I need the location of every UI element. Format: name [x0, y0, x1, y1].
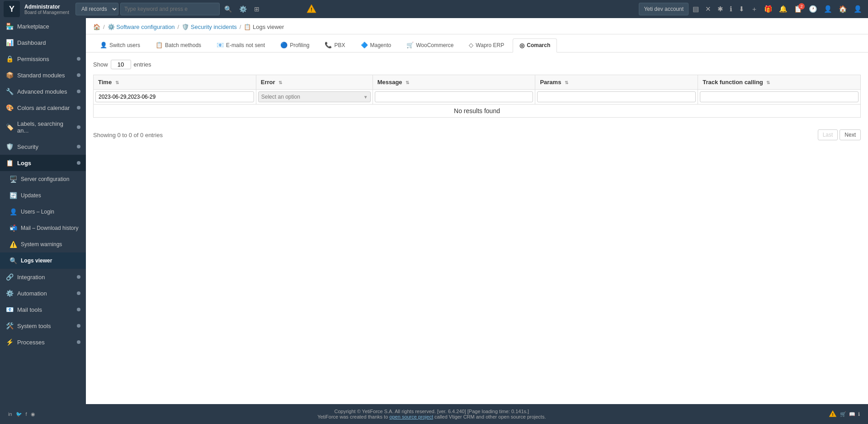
data-table: Time ⇅Error ⇅Message ⇅Params ⇅Track func… — [93, 75, 861, 118]
topbar-icon-3[interactable]: ✱ — [715, 3, 726, 15]
footer-warning-icon[interactable]: ! — [828, 410, 837, 419]
bc-icon-2: 🛡️ — [182, 24, 189, 30]
credit-text: YetiForce was created thanks to open sou… — [317, 414, 546, 419]
topbar-icon-5[interactable]: ⬇ — [736, 3, 747, 15]
footer-info-icon[interactable]: ℹ — [858, 411, 860, 417]
search-bar: All records 🔍 ⚙️ ⊞ — [75, 3, 302, 15]
tab-woocommerce[interactable]: 🛒WooCommerce — [400, 38, 460, 52]
topbar-icon-user[interactable]: 👤 — [821, 3, 835, 15]
filter-params-input[interactable] — [537, 91, 696, 102]
entries-input[interactable]: 10 — [111, 60, 131, 69]
sidebar-icon-4: 🔧 — [5, 88, 14, 95]
search-button[interactable]: 🔍 — [222, 4, 235, 14]
topbar-icon-8[interactable]: 🔔 — [777, 3, 790, 15]
filter-error-select[interactable]: Select an option — [258, 91, 371, 102]
topbar-icon-home[interactable]: 🏠 — [836, 3, 849, 15]
topbar-icon-2[interactable]: ✕ — [703, 3, 713, 15]
svg-text:!: ! — [311, 7, 312, 12]
entries-label: entries — [134, 61, 151, 68]
sidebar-item-users---login[interactable]: 👤Users – Login — [0, 204, 86, 220]
filter-time: 2023-06-29,2023-06-29 — [94, 90, 256, 105]
sidebar-item-server-configuration[interactable]: 🖥️Server configuration — [0, 171, 86, 187]
col-header-message[interactable]: Message ⇅ — [373, 75, 535, 90]
sidebar-item-automation[interactable]: ⚙️Automation — [0, 285, 86, 301]
main-content: 🏠 / ⚙️ Software configuration / 🛡️ Secur… — [86, 18, 868, 404]
sidebar-item-standard-modules[interactable]: 📦Standard modules — [0, 67, 86, 83]
col-header-params[interactable]: Params ⇅ — [535, 75, 698, 90]
bc-icon-1: ⚙️ — [108, 24, 115, 30]
sidebar-icon-5: 🎨 — [5, 104, 14, 111]
footer-cart-icon[interactable]: 🛒 — [840, 411, 846, 417]
topbar-icon-tasks[interactable]: 📋 2 — [792, 3, 805, 15]
sidebar-item-label-12: Mail – Download history — [21, 225, 78, 231]
sidebar-item-labels--searching-an---[interactable]: 🏷️Labels, searching an... — [0, 116, 86, 138]
tab-batch-methods[interactable]: 📋Batch methods — [149, 38, 208, 52]
next-button[interactable]: Next — [840, 129, 861, 140]
sidebar-item-logs-viewer[interactable]: 🔍Logs viewer — [0, 252, 86, 269]
settings-icon-button[interactable]: ⚙️ — [236, 4, 250, 14]
col-header-track-function-calling[interactable]: Track function calling ⇅ — [698, 75, 861, 90]
sidebar-dot-7 — [77, 145, 80, 148]
tab-profiling[interactable]: 🔵Profiling — [274, 38, 316, 52]
warning-button[interactable]: ! — [304, 2, 319, 17]
breadcrumb-security-incidents[interactable]: 🛡️ Security incidents — [182, 24, 237, 30]
sidebar-item-marketplace[interactable]: 🏪Marketplace — [0, 18, 86, 34]
topbar-icon-4[interactable]: ℹ — [727, 3, 735, 15]
breadcrumb-software-config[interactable]: ⚙️ Software configuration — [108, 24, 175, 30]
twitter-icon[interactable]: 🐦 — [16, 411, 22, 417]
logo[interactable]: Y — [4, 1, 20, 17]
tab-comarch[interactable]: ◎Comarch — [513, 38, 557, 52]
sidebar-item-integration[interactable]: 🔗Integration — [0, 269, 86, 285]
facebook-icon[interactable]: f — [26, 411, 27, 417]
topbar-icon-history[interactable]: 🕐 — [807, 3, 820, 15]
tab-pbx[interactable]: 📞PBX — [318, 38, 352, 52]
filter-track — [698, 90, 861, 105]
footer-book-icon[interactable]: 📖 — [849, 411, 855, 417]
copyright-text: Copyright © YetiForce S.A. All rights re… — [317, 409, 546, 414]
sort-arrows-2: ⇅ — [406, 80, 409, 85]
sidebar-item-logs[interactable]: 📋Logs — [0, 155, 86, 171]
topbar-icon-1[interactable]: ▤ — [690, 3, 701, 15]
search-input[interactable] — [120, 3, 220, 15]
sidebar-item-colors-and-calendar[interactable]: 🎨Colors and calendar — [0, 100, 86, 116]
linkedin-icon[interactable]: in — [8, 411, 12, 417]
topbar-icon-6[interactable]: ＋ — [749, 3, 760, 15]
sidebar-icon-3: 📦 — [5, 71, 14, 79]
sidebar-item-label-10: Updates — [21, 192, 41, 199]
filter-message-input[interactable] — [375, 91, 533, 102]
sidebar-item-system-tools[interactable]: 🛠️System tools — [0, 318, 86, 334]
filter-time-input[interactable]: 2023-06-29,2023-06-29 — [95, 91, 254, 102]
sidebar-dot-16 — [77, 291, 80, 295]
open-source-link[interactable]: open source project — [389, 414, 433, 419]
sidebar-item-mail-tools[interactable]: 📧Mail tools — [0, 301, 86, 318]
sidebar-item-processes[interactable]: ⚡Processes — [0, 334, 86, 350]
topbar-icon-7[interactable]: 🎁 — [762, 3, 775, 15]
home-icon[interactable]: 🏠 — [93, 24, 100, 30]
task-badge: 2 — [798, 3, 805, 10]
sidebar-item-system-warnings[interactable]: ⚠️System warnings — [0, 236, 86, 252]
sidebar-item-dashboard[interactable]: 📊Dashboard — [0, 34, 86, 51]
col-header-error[interactable]: Error ⇅ — [256, 75, 373, 90]
grid-view-button[interactable]: ⊞ — [251, 4, 262, 14]
filter-message — [373, 90, 535, 105]
sidebar-item-advanced-modules[interactable]: 🔧Advanced modules — [0, 83, 86, 100]
sidebar-item-security[interactable]: 🛡️Security — [0, 138, 86, 155]
last-button[interactable]: Last — [818, 129, 838, 140]
sidebar-item-mail---download-history[interactable]: 📬Mail – Download history — [0, 220, 86, 236]
account-button[interactable]: Yeti dev account — [639, 3, 689, 15]
sidebar-icon-17: 📧 — [5, 306, 14, 313]
sidebar-item-label-19: Processes — [17, 339, 45, 346]
filter-track-input[interactable] — [700, 91, 859, 102]
sidebar-item-label-14: Logs viewer — [21, 257, 52, 264]
tab-magento[interactable]: 🔷Magento — [354, 38, 398, 52]
tab-e-mails-not-sent[interactable]: 📧E-mails not sent — [210, 38, 272, 52]
tab-switch-users[interactable]: 👤Switch users — [93, 38, 147, 52]
github-icon[interactable]: ◉ — [31, 411, 35, 417]
sidebar-item-label-7: Security — [17, 143, 38, 150]
tab-wapro-erp[interactable]: ◇Wapro ERP — [462, 38, 511, 52]
sidebar-item-permissions[interactable]: 🔒Permissions — [0, 51, 86, 67]
topbar-icon-account2[interactable]: 👤 — [851, 3, 864, 15]
sidebar-item-updates[interactable]: 🔄Updates — [0, 187, 86, 204]
search-filter-select[interactable]: All records — [75, 3, 118, 15]
col-header-time[interactable]: Time ⇅ — [94, 75, 256, 90]
